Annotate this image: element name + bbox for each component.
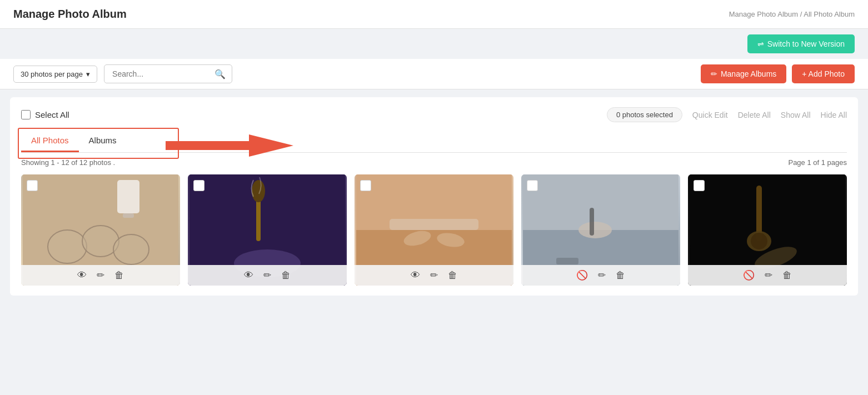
photo-card: 🚫 ✏ 🗑	[521, 174, 680, 286]
photo-actions-5: 🚫 ✏ 🗑	[688, 265, 847, 286]
showing-text: Showing 1 - 12 of 12 photos .	[21, 158, 115, 167]
select-all-checkbox[interactable]	[21, 110, 31, 119]
view-hidden-icon-5[interactable]: 🚫	[743, 269, 755, 281]
photos-grid: 👁 ✏ 🗑 👁	[21, 174, 847, 286]
edit-icon-4[interactable]: ✏	[598, 269, 606, 281]
photo-checkbox-4[interactable]	[527, 180, 538, 191]
svg-point-4	[113, 234, 149, 264]
edit-icon-5[interactable]: ✏	[765, 269, 772, 281]
header-bar: Manage Photo Album Manage Photo Album / …	[0, 0, 868, 29]
toolbar-right: ✏ Manage Albums + Add Photo	[701, 64, 855, 83]
svg-point-10	[252, 180, 265, 202]
tabs-row: All Photos Albums	[21, 130, 847, 153]
photo-card: 👁 ✏ 🗑	[355, 174, 513, 286]
add-photo-label: + Add Photo	[802, 69, 845, 78]
toolbar-left: 30 photos per page ▾ 🔍	[13, 64, 232, 83]
action-row: 0 photos selected Quick Edit Delete All …	[607, 107, 847, 122]
quick-edit-button[interactable]: Quick Edit	[692, 111, 728, 119]
photo-actions-2: 👁 ✏ 🗑	[188, 265, 347, 286]
delete-icon-4[interactable]: 🗑	[616, 270, 625, 281]
svg-rect-6	[123, 213, 134, 218]
search-wrapper: 🔍	[104, 64, 232, 83]
tab-albums[interactable]: Albums	[79, 130, 127, 152]
edit-icon-2[interactable]: ✏	[263, 269, 271, 281]
select-all-text: Select All	[35, 110, 69, 119]
search-input[interactable]	[104, 64, 232, 83]
tab-all-photos[interactable]: All Photos	[21, 130, 79, 152]
photo-checkbox-2[interactable]	[193, 180, 204, 191]
arrow-annotation	[166, 132, 293, 159]
photo-actions-1: 👁 ✏ 🗑	[21, 265, 180, 286]
breadcrumb-part2: All Photo Album	[804, 10, 855, 18]
delete-icon-1[interactable]: 🗑	[114, 270, 124, 281]
photo-actions-3: 👁 ✏ 🗑	[355, 265, 513, 286]
view-icon-2[interactable]: 👁	[244, 270, 253, 281]
edit-icon-1[interactable]: ✏	[97, 269, 104, 281]
photo-card: 🚫 ✏ 🗑	[688, 174, 847, 286]
svg-rect-20	[590, 208, 594, 236]
search-icon: 🔍	[214, 69, 226, 79]
hide-all-button[interactable]: Hide All	[821, 111, 847, 119]
delete-all-button[interactable]: Delete All	[738, 111, 771, 119]
photo-actions-4: 🚫 ✏ 🗑	[521, 265, 680, 286]
per-page-select[interactable]: 30 photos per page ▾	[13, 66, 97, 83]
pagination-info: Page 1 of 1 pages	[788, 158, 847, 167]
photo-checkbox-3[interactable]	[360, 180, 371, 191]
show-all-button[interactable]: Show All	[781, 111, 811, 119]
add-photo-button[interactable]: + Add Photo	[792, 64, 855, 83]
select-all-label[interactable]: Select All	[21, 110, 69, 119]
switch-btn-row: ⇌ Switch to New Version	[0, 29, 868, 59]
view-icon-3[interactable]: 👁	[411, 270, 420, 281]
page-title: Manage Photo Album	[13, 8, 127, 21]
toolbar-bar: 30 photos per page ▾ 🔍 ✏ Manage Albums +…	[0, 59, 868, 89]
edit-icon-3[interactable]: ✏	[430, 269, 438, 281]
photo-card: 👁 ✏ 🗑	[21, 174, 180, 286]
breadcrumb: Manage Photo Album / All Photo Album	[729, 10, 855, 18]
photos-selected-badge: 0 photos selected	[607, 107, 682, 122]
breadcrumb-part1: Manage Photo Album	[729, 10, 798, 18]
svg-rect-21	[556, 258, 578, 264]
photo-card: 👁 ✏ 🗑	[188, 174, 347, 286]
showing-info: Showing 1 - 12 of 12 photos . Page 1 of …	[21, 158, 847, 167]
pencil-icon: ✏	[711, 69, 717, 78]
delete-icon-5[interactable]: 🗑	[782, 270, 792, 281]
manage-albums-button[interactable]: ✏ Manage Albums	[701, 64, 786, 83]
svg-point-25	[751, 233, 767, 249]
main-content: Select All 0 photos selected Quick Edit …	[10, 97, 858, 296]
photo-checkbox-1[interactable]	[27, 180, 38, 191]
svg-marker-0	[166, 134, 293, 157]
view-hidden-icon-4[interactable]: 🚫	[576, 269, 588, 281]
svg-point-19	[578, 222, 612, 238]
manage-albums-label: Manage Albums	[721, 69, 776, 78]
view-icon-1[interactable]: 👁	[77, 270, 87, 281]
switch-icon: ⇌	[757, 39, 764, 48]
switch-btn-label: Switch to New Version	[767, 39, 845, 48]
per-page-label: 30 photos per page	[21, 70, 83, 78]
photo-checkbox-5[interactable]	[694, 180, 705, 191]
delete-icon-2[interactable]: 🗑	[281, 270, 291, 281]
delete-icon-3[interactable]: 🗑	[448, 270, 457, 281]
switch-to-new-version-button[interactable]: ⇌ Switch to New Version	[747, 34, 855, 53]
chevron-down-icon: ▾	[86, 70, 90, 78]
selection-bar: Select All 0 photos selected Quick Edit …	[21, 107, 847, 130]
svg-point-2	[48, 230, 87, 263]
svg-rect-5	[117, 180, 139, 213]
svg-rect-14	[390, 219, 478, 230]
